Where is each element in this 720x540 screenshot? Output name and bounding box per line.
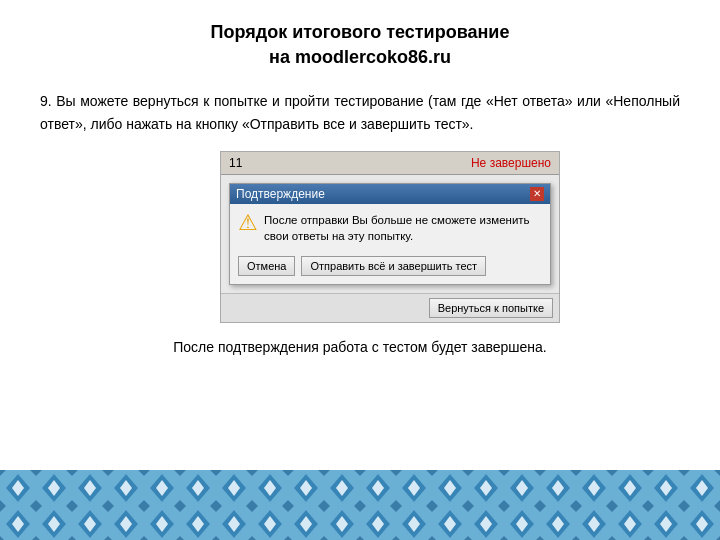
return-to-attempt-button[interactable]: Вернуться к попытке [429,298,553,318]
confirmation-dialog: Подтверждение ✕ ⚠ После отправки Вы боль… [229,183,551,285]
warning-icon: ⚠ [238,212,258,234]
dialog-body: ⚠ После отправки Вы больше не сможете из… [230,204,550,252]
quiz-top-bar: 11 Не завершено [221,152,559,175]
after-confirmation-text: После подтверждения работа с тестом буде… [40,339,680,355]
dialog-title-text: Подтверждение [236,187,325,201]
page-title: Порядок итогового тестирование на moodle… [40,20,680,70]
quiz-bottom-bar: Вернуться к попытке [221,293,559,322]
quiz-screenshot: 11 Не завершено Подтверждение ✕ ⚠ После … [220,151,560,323]
not-finished-status: Не завершено [471,156,551,170]
main-paragraph: 9. Вы можете вернуться к попытке и пройт… [40,90,680,135]
cancel-button[interactable]: Отмена [238,256,295,276]
pattern-svg [0,470,720,540]
submit-button[interactable]: Отправить всё и завершить тест [301,256,486,276]
dialog-message-text: После отправки Вы больше не сможете изме… [264,212,542,244]
dialog-title-bar: Подтверждение ✕ [230,184,550,204]
bottom-pattern [0,470,720,540]
svg-rect-7 [0,470,720,540]
page-content: Порядок итогового тестирование на moodle… [0,0,720,373]
screenshot-area: 11 Не завершено Подтверждение ✕ ⚠ После … [100,151,680,323]
dialog-close-button[interactable]: ✕ [530,187,544,201]
question-number: 11 [229,156,242,170]
dialog-buttons: Отмена Отправить всё и завершить тест [230,252,550,284]
